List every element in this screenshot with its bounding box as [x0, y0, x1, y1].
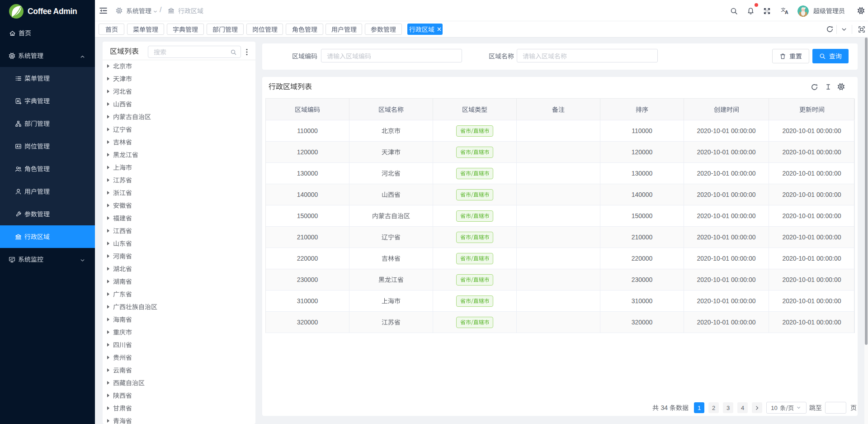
svg-text:A: A [785, 10, 788, 15]
